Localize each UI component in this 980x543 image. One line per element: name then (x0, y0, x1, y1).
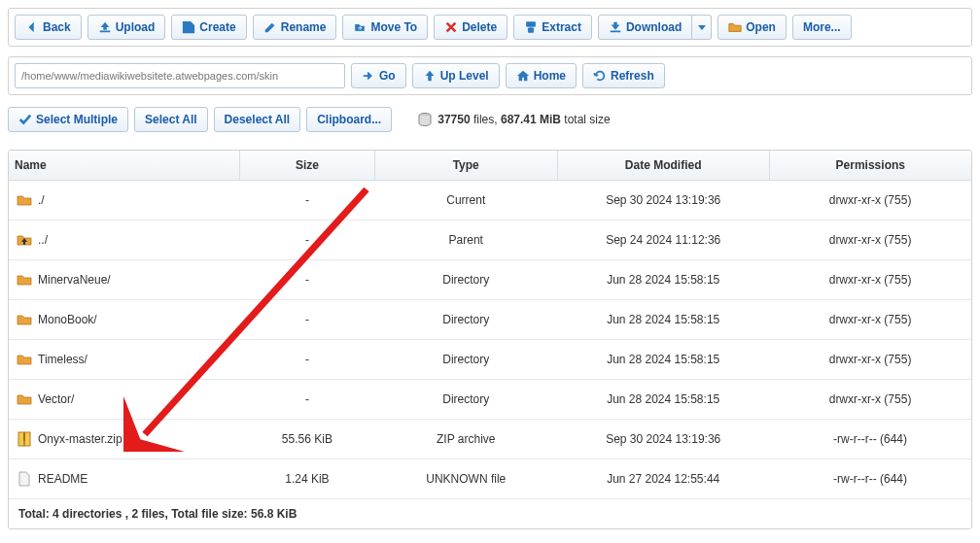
folder-icon (17, 192, 32, 208)
file-type: Directory (374, 260, 557, 300)
stats-text: 37750 files, 687.41 MiB total size (417, 112, 611, 127)
arrow-left-icon (25, 20, 39, 34)
header-type[interactable]: Type (374, 151, 557, 181)
file-table-container: Name Size Type Date Modified Permissions… (8, 150, 972, 529)
file-perm: -rw-r--r-- (644) (769, 420, 971, 459)
back-label: Back (43, 20, 71, 34)
file-type: Directory (374, 380, 557, 420)
download-dropdown-button[interactable] (692, 15, 712, 40)
delete-button[interactable]: Delete (434, 15, 508, 40)
file-name: Onyx-master.zip (38, 432, 122, 446)
select-all-label: Select All (145, 113, 197, 126)
deselect-all-button[interactable]: Deselect All (214, 107, 301, 132)
file-size: - (240, 340, 375, 380)
up-level-label: Up Level (440, 69, 489, 83)
file-type: Current (374, 181, 557, 221)
open-icon (728, 20, 742, 34)
refresh-button[interactable]: Refresh (582, 63, 665, 88)
header-date[interactable]: Date Modified (557, 151, 769, 181)
zip-icon (17, 431, 32, 447)
download-icon (609, 20, 622, 34)
file-size: 55.56 KiB (240, 420, 375, 459)
file-type: Parent (374, 221, 557, 260)
clipboard-label: Clipboard... (317, 113, 381, 126)
download-label: Download (626, 20, 682, 34)
moveto-label: Move To (370, 20, 417, 34)
file-perm: drwxr-xr-x (755) (769, 380, 971, 420)
up-level-button[interactable]: Up Level (412, 63, 500, 88)
path-wrapper (15, 63, 345, 88)
deselect-all-label: Deselect All (225, 113, 291, 126)
selection-toolbar: Select Multiple Select All Deselect All … (8, 105, 972, 140)
rename-button[interactable]: Rename (253, 15, 337, 40)
download-button[interactable]: Download (598, 15, 692, 40)
create-label: Create (199, 20, 235, 34)
rename-label: Rename (281, 20, 327, 34)
arrow-up-icon (423, 69, 437, 83)
go-icon (362, 69, 375, 83)
moveto-button[interactable]: Move To (342, 15, 428, 40)
file-date: Jun 28 2024 15:58:15 (557, 380, 769, 420)
more-label: More... (803, 20, 841, 34)
folder-icon (17, 352, 32, 367)
header-name[interactable]: Name (9, 151, 240, 181)
folder-icon (17, 391, 32, 407)
table-row[interactable]: ../-ParentSep 24 2024 11:12:36drwxr-xr-x… (9, 221, 971, 260)
move-icon (353, 20, 367, 34)
file-perm: drwxr-xr-x (755) (769, 181, 971, 221)
file-perm: -rw-r--r-- (644) (769, 459, 971, 499)
path-input[interactable] (15, 63, 345, 88)
file-name: ./ (38, 193, 45, 207)
file-date: Sep 30 2024 13:19:36 (557, 181, 769, 221)
file-type: Directory (374, 340, 557, 380)
delete-icon (444, 20, 458, 34)
file-type: ZIP archive (374, 420, 557, 459)
file-size: - (240, 300, 375, 340)
file-count: 37750 (438, 113, 470, 126)
refresh-label: Refresh (611, 69, 654, 83)
folder-icon (17, 272, 32, 288)
table-row[interactable]: README1.24 KiBUNKNOWN fileJun 27 2024 12… (9, 459, 971, 499)
open-button[interactable]: Open (718, 15, 787, 40)
extract-label: Extract (542, 20, 581, 34)
refresh-icon (593, 69, 607, 83)
table-row[interactable]: MinervaNeue/-DirectoryJun 28 2024 15:58:… (9, 260, 971, 300)
extract-button[interactable]: Extract (513, 15, 592, 40)
table-row[interactable]: Vector/-DirectoryJun 28 2024 15:58:15drw… (9, 380, 971, 420)
file-date: Sep 30 2024 13:19:36 (557, 420, 769, 459)
file-date: Jun 28 2024 15:58:15 (557, 340, 769, 380)
chevron-down-icon (698, 20, 706, 34)
upload-button[interactable]: Upload (88, 15, 166, 40)
check-icon (18, 113, 32, 126)
file-name: MinervaNeue/ (38, 273, 111, 287)
home-button[interactable]: Home (506, 63, 577, 88)
table-row[interactable]: ./-CurrentSep 30 2024 13:19:36drwxr-xr-x… (9, 181, 971, 221)
file-date: Sep 24 2024 11:12:36 (557, 221, 769, 260)
select-multiple-button[interactable]: Select Multiple (8, 107, 128, 132)
file-perm: drwxr-xr-x (755) (769, 340, 971, 380)
back-button[interactable]: Back (15, 15, 82, 40)
select-all-button[interactable]: Select All (134, 107, 208, 132)
upload-label: Upload (116, 20, 156, 34)
file-size: - (240, 260, 375, 300)
extract-icon (524, 20, 538, 34)
table-row[interactable]: Timeless/-DirectoryJun 28 2024 15:58:15d… (9, 340, 971, 380)
folder-up-icon (17, 232, 32, 248)
table-row[interactable]: MonoBook/-DirectoryJun 28 2024 15:58:15d… (9, 300, 971, 340)
file-perm: drwxr-xr-x (755) (769, 221, 971, 260)
pencil-icon (263, 20, 277, 34)
file-name: README (38, 472, 88, 486)
header-row: Name Size Type Date Modified Permissions (9, 151, 971, 181)
file-date: Jun 28 2024 15:58:15 (557, 260, 769, 300)
file-name: MonoBook/ (38, 313, 97, 326)
create-button[interactable]: Create (171, 15, 246, 40)
more-button[interactable]: More... (792, 15, 852, 40)
folder-icon (17, 312, 32, 327)
go-button[interactable]: Go (351, 63, 406, 88)
file-type: UNKNOWN file (374, 459, 557, 499)
header-size[interactable]: Size (240, 151, 375, 181)
open-label: Open (746, 20, 776, 34)
header-perm[interactable]: Permissions (769, 151, 971, 181)
clipboard-button[interactable]: Clipboard... (306, 107, 392, 132)
table-row[interactable]: Onyx-master.zip55.56 KiBZIP archiveSep 3… (9, 420, 971, 459)
